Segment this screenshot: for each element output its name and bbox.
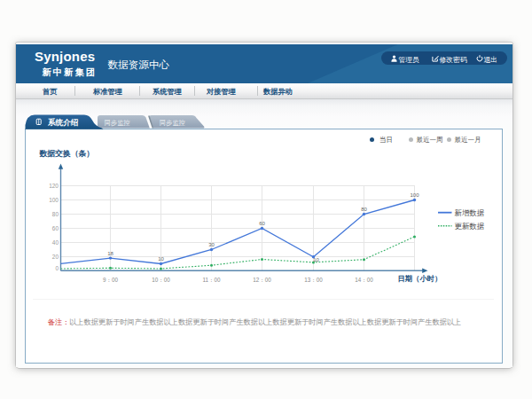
svg-text:14：00: 14：00 [355, 277, 373, 283]
svg-text:60: 60 [259, 221, 265, 226]
svg-text:11：00: 11：00 [203, 277, 221, 283]
svg-text:40: 40 [52, 239, 59, 246]
svg-text:120: 120 [49, 183, 59, 189]
svg-text:10: 10 [313, 256, 319, 262]
svg-text:13：00: 13：00 [304, 277, 323, 283]
svg-text:同步监控: 同步监控 [160, 119, 185, 127]
svg-text:系统介绍: 系统介绍 [47, 118, 79, 127]
svg-text:20: 20 [52, 254, 59, 260]
svg-text:30: 30 [208, 242, 215, 247]
svg-text:0: 0 [55, 264, 59, 270]
svg-text:80: 80 [52, 211, 59, 217]
svg-text:100: 100 [49, 197, 59, 203]
svg-text:100: 100 [410, 192, 419, 198]
svg-text:18: 18 [107, 250, 113, 255]
svg-text:10: 10 [158, 256, 164, 262]
svg-text:10：00: 10：00 [152, 277, 170, 283]
svg-text:同步监控: 同步监控 [105, 119, 130, 127]
svg-text:12：00: 12：00 [253, 277, 271, 283]
svg-text:9：00: 9：00 [103, 277, 118, 283]
svg-text:60: 60 [52, 225, 59, 231]
svg-text:80: 80 [361, 207, 367, 212]
